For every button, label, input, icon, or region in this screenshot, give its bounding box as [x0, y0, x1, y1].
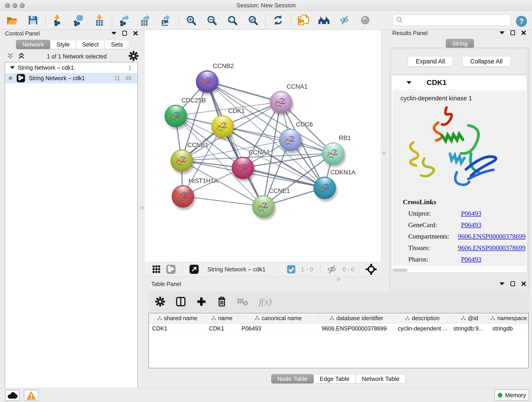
zoom-fit-button[interactable]	[226, 14, 239, 27]
crosslink-link[interactable]: P06493	[461, 221, 481, 229]
tab-select[interactable]: Select	[76, 40, 105, 49]
crosslink-row: Uniprot:P06493	[403, 210, 526, 217]
help-button[interactable]: ?	[515, 15, 528, 28]
expand-all-networks-icon[interactable]	[17, 52, 25, 60]
network-node-ccne1[interactable]	[252, 195, 274, 218]
refresh-view-button[interactable]	[272, 14, 285, 27]
column-header-canonical-name[interactable]: canonical name	[238, 313, 318, 323]
column-header--id[interactable]: @id	[450, 313, 489, 323]
delete-column-icon[interactable]	[217, 296, 227, 307]
detach-view-icon[interactable]	[189, 264, 199, 274]
tab-edge-table[interactable]: Edge Table	[314, 374, 356, 383]
table-cell[interactable]: cyclin-dependent ...	[394, 323, 450, 333]
import-network-file-button[interactable]	[297, 14, 310, 27]
expand-all-button[interactable]: Expand All	[408, 56, 453, 67]
import-network-button[interactable]	[52, 14, 65, 27]
network-node-ccnb1[interactable]	[171, 149, 193, 172]
show-columns-icon[interactable]	[176, 296, 186, 307]
right-splitter-handle[interactable]	[382, 151, 386, 155]
save-session-button[interactable]	[27, 14, 39, 27]
search-box[interactable]	[393, 14, 511, 26]
crosslink-link[interactable]: 9606.ENSP00000378699	[458, 244, 526, 252]
control-panel-close-icon[interactable]	[133, 31, 138, 36]
table-row[interactable]: CDK1CDK1P064939606.ENSP00000378699cyclin…	[149, 323, 528, 334]
tab-node-table[interactable]: Node Table	[271, 374, 314, 383]
crosslink-label: Pharos:	[408, 255, 461, 263]
results-panel-float-icon[interactable]	[510, 30, 515, 35]
show-grid-icon[interactable]	[152, 264, 161, 274]
tab-string[interactable]: String	[446, 39, 474, 48]
warnings-button[interactable]	[24, 390, 38, 401]
table-cell[interactable]: P06493	[238, 323, 318, 333]
table-settings-gear-icon[interactable]	[155, 296, 165, 307]
network-overview-icon[interactable]	[166, 264, 176, 274]
network-node-cdk1[interactable]	[211, 115, 234, 138]
left-splitter-handle[interactable]	[140, 206, 144, 210]
network-node-hist1h1a[interactable]	[172, 185, 194, 208]
tab-network-table[interactable]: Network Table	[355, 374, 405, 383]
memory-button[interactable]: Memory	[494, 389, 529, 401]
gene-entry-header[interactable]: CDK1	[391, 75, 527, 90]
table-panel-float-icon[interactable]	[510, 281, 515, 286]
table-cell[interactable]: CDK1	[206, 323, 238, 333]
network-collection-row[interactable]: String Network – cdk1 1	[5, 62, 138, 73]
network-node-ccna1[interactable]	[270, 91, 292, 114]
table-cell[interactable]: 9606.ENSP00000378699	[318, 323, 394, 333]
string-query-button[interactable]	[317, 14, 330, 27]
network-canvas[interactable]: CCNB2CCNA1CDC25BCDK1CDC6RB1CCNB1CCNA2CDK…	[145, 30, 381, 262]
network-options-gear-icon[interactable]	[128, 51, 139, 62]
network-row[interactable]: String Network – cdk1 11 48	[5, 73, 138, 83]
cloud-button[interactable]	[5, 390, 20, 401]
column-header-database-identifier[interactable]: database identifier	[318, 313, 394, 323]
gene-expander-icon[interactable]	[406, 81, 412, 84]
column-header-name[interactable]: name	[206, 313, 238, 323]
add-column-icon[interactable]	[196, 296, 207, 307]
open-session-button[interactable]	[6, 14, 19, 27]
export-table-button[interactable]	[139, 14, 152, 27]
selected-checkbox-icon[interactable]	[287, 265, 296, 274]
tab-network[interactable]: Network	[16, 40, 50, 49]
control-panel-menu-icon[interactable]	[111, 32, 116, 35]
collapse-all-networks-icon[interactable]	[6, 52, 14, 60]
column-header-shared-name[interactable]: shared name	[149, 313, 206, 323]
hide-selected-button[interactable]	[338, 14, 351, 27]
table-cell[interactable]: stringdb:9...	[450, 323, 489, 333]
control-panel-float-icon[interactable]	[122, 31, 127, 36]
import-database-button[interactable]	[72, 14, 85, 27]
collapse-all-button[interactable]: Collapse All	[462, 56, 510, 67]
network-node-ccnb2[interactable]	[196, 70, 218, 93]
network-node-rb1[interactable]	[322, 142, 344, 165]
export-network-button[interactable]	[118, 14, 131, 27]
network-node-cdkn1a[interactable]	[313, 177, 336, 199]
tab-style[interactable]: Style	[50, 40, 76, 49]
results-panel-menu-icon[interactable]	[500, 32, 505, 34]
network-node-cdc6[interactable]	[279, 129, 302, 151]
hidden-eye-icon[interactable]	[327, 264, 337, 274]
collection-expander-icon[interactable]	[10, 66, 15, 69]
table-panel-close-icon[interactable]	[521, 281, 526, 286]
column-header-namespace[interactable]: namespace	[489, 313, 528, 323]
crosslink-link[interactable]: P06493	[461, 255, 481, 263]
export-image-button[interactable]	[159, 14, 172, 27]
network-node-ccna2[interactable]	[232, 157, 254, 179]
crosshair-icon[interactable]	[366, 264, 377, 275]
table-cell[interactable]: CDK1	[149, 323, 206, 333]
table-panel-title: Table Panel	[151, 281, 181, 287]
search-input[interactable]	[405, 17, 511, 24]
control-panel-title: Control Panel	[5, 30, 40, 37]
results-panel-close-icon[interactable]	[521, 30, 526, 35]
zoom-in-button[interactable]	[185, 14, 197, 27]
bottom-splitter-handle[interactable]	[337, 277, 341, 281]
crosslink-link[interactable]: 9606.ENSP00000378699	[458, 233, 526, 240]
column-header-description[interactable]: description	[394, 313, 450, 323]
zoom-selected-button[interactable]	[247, 14, 259, 27]
zoom-out-button[interactable]	[205, 14, 218, 27]
table-cell[interactable]: stringdb	[489, 323, 528, 333]
network-node-cdc25b[interactable]	[165, 105, 187, 127]
tab-sets[interactable]: Sets	[105, 40, 129, 49]
crosslink-link[interactable]: P06493	[461, 210, 481, 217]
import-table-button[interactable]	[93, 14, 106, 27]
table-panel-menu-icon[interactable]	[500, 282, 505, 285]
show-graphics-button[interactable]	[359, 14, 372, 27]
results-scrollbar-thumb[interactable]	[392, 269, 407, 272]
